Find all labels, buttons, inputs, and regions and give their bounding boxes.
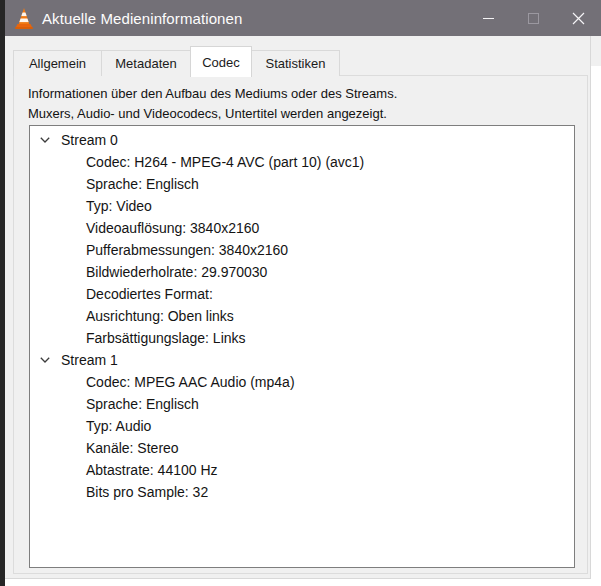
vlc-cone-icon <box>14 7 34 30</box>
tab-codec[interactable]: Codec <box>190 46 252 77</box>
window-controls <box>466 0 601 36</box>
description-line: Informationen über den Aufbau des Medium… <box>28 84 397 104</box>
tree-item-label: Abtastrate: 44100 Hz <box>86 462 218 478</box>
tree-item-stream-0[interactable]: Stream 0 <box>30 129 574 151</box>
tree-item[interactable]: Typ: Audio <box>30 415 574 437</box>
tree-item[interactable]: Bildwiederholrate: 29.970030 <box>30 261 574 283</box>
tab-allgemein[interactable]: Allgemein <box>13 50 102 76</box>
tree-item[interactable]: Ausrichtung: Oben links <box>30 305 574 327</box>
tree-item-label: Stream 1 <box>61 352 118 368</box>
tree-item[interactable]: Bits pro Sample: 32 <box>30 481 574 503</box>
tree-item[interactable]: Abtastrate: 44100 Hz <box>30 459 574 481</box>
tree-item-label: Farbsättigungslage: Links <box>86 330 246 346</box>
tree-item[interactable]: Sprache: Englisch <box>30 173 574 195</box>
tree-item-label: Typ: Video <box>86 198 152 214</box>
tree-item[interactable]: Codec: MPEG AAC Audio (mp4a) <box>30 371 574 393</box>
window-title: Aktuelle Medieninformationen <box>42 10 242 27</box>
tree-item-label: Ausrichtung: Oben links <box>86 308 234 324</box>
tree-item[interactable]: Farbsättigungslage: Links <box>30 327 574 349</box>
tab-metadaten[interactable]: Metadaten <box>101 50 191 76</box>
tree-item-label: Kanäle: Stereo <box>86 440 179 456</box>
tree-item[interactable]: Pufferabmessungen: 3840x2160 <box>30 239 574 261</box>
tree-item-label: Codec: H264 - MPEG-4 AVC (part 10) (avc1… <box>86 154 364 170</box>
chevron-down-icon[interactable] <box>38 357 52 363</box>
close-button[interactable] <box>556 0 601 36</box>
tab-statistiken[interactable]: Statistiken <box>251 50 340 76</box>
tree-item-stream-1[interactable]: Stream 1 <box>30 349 574 371</box>
tree-item[interactable]: Codec: H264 - MPEG-4 AVC (part 10) (avc1… <box>30 151 574 173</box>
tree-item-label: Bits pro Sample: 32 <box>86 484 208 500</box>
tree-item[interactable]: Decodiertes Format: <box>30 283 574 305</box>
minimize-button[interactable] <box>466 0 511 36</box>
maximize-icon <box>528 13 539 24</box>
tab-label: Statistiken <box>266 56 326 71</box>
tree-item-label: Sprache: Englisch <box>86 176 199 192</box>
background-window-edge <box>0 0 5 586</box>
tree-item-label: Bildwiederholrate: 29.970030 <box>86 264 267 280</box>
tree-item-label: Codec: MPEG AAC Audio (mp4a) <box>86 374 295 390</box>
minimize-icon <box>483 18 494 19</box>
tree-item-label: Pufferabmessungen: 3840x2160 <box>86 242 288 258</box>
stream-info-tree: Stream 0 Codec: H264 - MPEG-4 AVC (part … <box>29 125 575 568</box>
tree-item-label: Typ: Audio <box>86 418 151 434</box>
maximize-button[interactable] <box>511 0 556 36</box>
tree-item-label: Videoauflösung: 3840x2160 <box>86 220 259 236</box>
tree-item[interactable]: Sprache: Englisch <box>30 393 574 415</box>
tab-label: Metadaten <box>115 56 176 71</box>
chevron-down-icon[interactable] <box>38 137 52 143</box>
titlebar: Aktuelle Medieninformationen <box>0 0 601 36</box>
tab-bar: Allgemein Metadaten Codec Statistiken <box>13 40 339 76</box>
tree-item[interactable]: Videoauflösung: 3840x2160 <box>30 217 574 239</box>
dialog-body-edge <box>591 36 601 66</box>
close-icon <box>572 12 585 25</box>
tree-item[interactable]: Kanäle: Stereo <box>30 437 574 459</box>
tree-item-label: Decodiertes Format: <box>86 286 213 302</box>
tree-item-label: Stream 0 <box>61 132 118 148</box>
codec-tab-description: Informationen über den Aufbau des Medium… <box>28 84 397 124</box>
tree-item[interactable]: Typ: Video <box>30 195 574 217</box>
tree-item-label: Sprache: Englisch <box>86 396 199 412</box>
tab-label: Codec <box>202 55 240 70</box>
tab-label: Allgemein <box>29 56 86 71</box>
description-line: Muxers, Audio- und Videocodecs, Untertit… <box>28 104 397 124</box>
